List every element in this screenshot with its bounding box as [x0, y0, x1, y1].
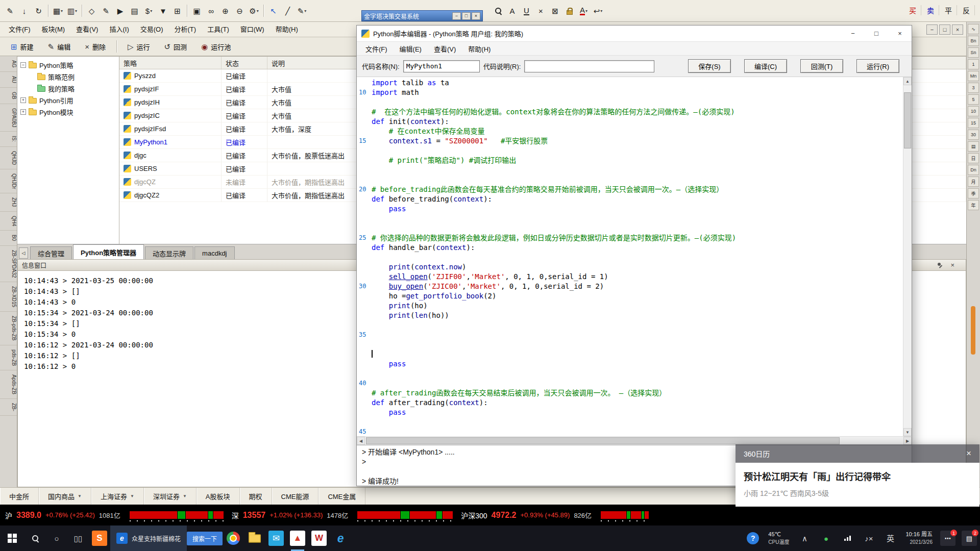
menu-item[interactable]: 查看(V) [70, 23, 104, 36]
mdi-minimize-button[interactable]: − [926, 24, 938, 35]
dock-tab[interactable]: ZHJ [0, 193, 17, 211]
message-tray-icon[interactable]: ⋯1 [937, 525, 959, 551]
settings-icon[interactable]: ⚙▾ [247, 3, 261, 18]
search-now-button[interactable]: 搜索一下 [187, 525, 223, 551]
tree-expander[interactable]: − [20, 62, 26, 68]
horizontal-scroll-track[interactable] [365, 437, 903, 445]
pin-icon[interactable] [937, 262, 943, 268]
menu-item[interactable]: 插入(I) [104, 23, 134, 36]
info-close-icon[interactable]: × [950, 262, 954, 268]
editor-close-button[interactable]: × [888, 26, 912, 41]
period-tab[interactable]: ∿ [968, 24, 979, 34]
mini-maximize-button[interactable]: □ [462, 12, 471, 20]
tray-expand-icon[interactable]: ∧ [794, 525, 815, 551]
mail-app-icon[interactable]: ✉ [265, 525, 287, 551]
code-lines[interactable]: import talib as ta10import math# 在这个方法中编… [357, 77, 903, 436]
toolbar-edit-button[interactable]: ✎编辑 [42, 39, 77, 54]
mini-window-titlebar[interactable]: 金字塔决策交易系统 − □ × [361, 10, 483, 21]
dock-tab[interactable]: ZB-XD15 [0, 282, 17, 312]
chrome-icon[interactable] [223, 525, 244, 551]
toolbar-run-pool-button[interactable]: ◉运行池 [195, 39, 236, 54]
compose-icon[interactable]: ✎ [3, 3, 17, 18]
zoom-out-icon[interactable]: ⊖ [233, 3, 247, 18]
draw-icon[interactable]: ✎ [99, 3, 113, 18]
dock-tab[interactable]: AG [0, 56, 17, 72]
dock-tab[interactable]: QHJDr [0, 169, 17, 194]
dock-tab[interactable]: GPA0BJ [0, 104, 17, 132]
ime-icon[interactable]: 英 [879, 525, 901, 551]
dock-tab[interactable]: QH4 [0, 212, 17, 231]
backtest-button[interactable]: 回测(T) [800, 59, 843, 73]
toolbar-new-button[interactable]: ⊞新建 [5, 39, 39, 54]
menu-item[interactable]: 窗口(W) [235, 23, 270, 36]
scroll-down-arrow[interactable]: ▼ [903, 428, 912, 436]
menu-item[interactable]: 板块(M) [36, 23, 71, 36]
dock-tab[interactable]: GB [0, 88, 17, 104]
filter-icon[interactable]: ▼ [156, 3, 170, 18]
link-icon[interactable]: ∞ [204, 3, 218, 18]
dock-tab[interactable]: ZB- [0, 399, 17, 416]
market-tab[interactable]: A股板块 [197, 488, 240, 505]
taskbar-clock[interactable]: 10:16 周五2021/3/26 [901, 525, 937, 551]
menu-item[interactable]: 工具(T) [202, 23, 235, 36]
trade-sell-button[interactable]: 卖 [922, 5, 939, 15]
period-tab[interactable]: Bn [968, 36, 979, 46]
trade-buy-button[interactable]: 买 [904, 5, 921, 15]
cortana-icon[interactable]: ○ [46, 525, 67, 551]
scroll-tabs-left-button[interactable]: ◁ [19, 247, 28, 259]
report-icon[interactable]: ▤ [128, 3, 141, 18]
period-tab[interactable]: 10 [968, 106, 979, 116]
trade-reverse-button[interactable]: 反 [958, 5, 975, 15]
editor-menu-item[interactable]: 文件(F) [359, 44, 394, 54]
run-button[interactable]: 运行(R) [856, 59, 899, 73]
market-tab[interactable]: 上海证券▼ [91, 488, 144, 505]
save-button[interactable]: 保存(S) [688, 59, 731, 73]
period-tab[interactable]: 15 [968, 118, 979, 128]
vertical-scrollbar[interactable]: ▲ ▼ [903, 77, 912, 436]
dock-tab[interactable]: pds-ZB [0, 345, 17, 370]
editor-menu-item[interactable]: 查看(V) [428, 44, 462, 54]
tree-item[interactable]: −Python策略 [17, 59, 119, 71]
fund-icon[interactable]: $▾ [142, 3, 156, 18]
market-tab[interactable]: 期权 [240, 488, 272, 505]
notification-center-icon[interactable]: ▤2 [959, 525, 980, 551]
toolbar-run-button[interactable]: ▷运行 [122, 39, 156, 54]
tree-expander[interactable]: + [20, 109, 26, 115]
horizontal-scroll-thumb[interactable] [366, 437, 840, 444]
dock-tab[interactable]: IS: [0, 132, 17, 146]
period-tab[interactable]: 30 [968, 130, 979, 140]
menu-item[interactable]: 交易(O) [135, 23, 169, 36]
menu-item[interactable]: 帮助(H) [270, 23, 304, 36]
tab-macdkdj[interactable]: macdkdj [194, 246, 234, 259]
task-view-icon[interactable]: ▯▯ [67, 525, 89, 551]
cpu-temp-widget[interactable]: 45℃CPU温度 [764, 525, 794, 551]
explorer-folder-icon[interactable] [244, 525, 265, 551]
market-tab[interactable]: 国内商品▼ [39, 488, 91, 505]
underline-tool-icon[interactable]: U [520, 3, 533, 18]
period-tab[interactable]: Mn [968, 71, 979, 81]
calendar-icon[interactable]: ⊞ [170, 3, 184, 18]
period-tab[interactable]: 年 [968, 200, 979, 210]
period-tab[interactable]: 日 [968, 153, 979, 163]
mini-minimize-button[interactable]: − [452, 12, 461, 20]
period-tab[interactable]: Dn [968, 165, 979, 175]
market-tab[interactable]: CME金属 [318, 488, 365, 505]
period-tab[interactable]: 3 [968, 83, 979, 93]
toolbar-delete-button[interactable]: ×删除 [79, 39, 111, 54]
tree-expander[interactable]: + [20, 97, 26, 103]
delete-tool-icon[interactable]: ⊠ [548, 3, 562, 18]
market-tab[interactable]: 中金所 [0, 488, 39, 505]
toolbar-backtest-button[interactable]: ↺回测 [159, 39, 193, 54]
code-desc-input[interactable] [524, 60, 654, 72]
period-tab[interactable]: 1 [968, 59, 979, 69]
lock-icon[interactable] [562, 3, 576, 18]
vertical-scroll-track[interactable] [903, 85, 912, 428]
undo-icon[interactable]: ↩▾ [591, 3, 605, 18]
dock-tab[interactable]: QHJD [0, 147, 17, 169]
column-header[interactable]: 状态 [222, 57, 267, 69]
help-bubble-icon[interactable]: ? [742, 525, 764, 551]
period-tab[interactable]: 5 [968, 94, 979, 105]
period-tab[interactable]: 季 [968, 188, 979, 198]
editor-minimize-button[interactable]: − [841, 26, 865, 41]
pyramid-app-icon[interactable]: ▲ [287, 525, 308, 551]
